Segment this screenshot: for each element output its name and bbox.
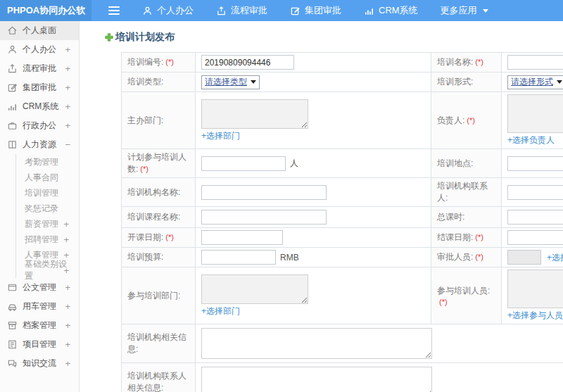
training-name-input[interactable] [507, 55, 563, 70]
label-planned-count: 计划参与培训人数:(*) [122, 149, 196, 178]
car-icon [7, 301, 18, 312]
training-plan-form: 培训编号:(*) 培训名称:(*) 培训类型: 请选择类型 培训形式: 请选择形… [121, 52, 563, 392]
page-title: 培训计划发布 [104, 28, 563, 46]
label-contact-info: 培训机构联系人相关信息: [122, 363, 196, 392]
leader-textarea[interactable] [507, 94, 563, 133]
flow-icon [216, 6, 227, 16]
sidebar-item-flow-approval[interactable]: 流程审批 + [0, 59, 79, 78]
sidebar-item-documents[interactable]: 公文管理 + [0, 278, 79, 297]
nav-flow-approval[interactable]: 流程审批 [205, 0, 279, 21]
training-number-input[interactable] [201, 55, 294, 70]
nav-group-approval[interactable]: 集团审批 [279, 0, 353, 21]
select-approver-link[interactable]: +选择审批人员 [547, 252, 563, 264]
training-mode-select[interactable]: 请选择形式 [507, 75, 563, 89]
sidebar-item-group-approval[interactable]: 集团审批 + [0, 78, 79, 97]
sidebar-item-hr[interactable]: 人力资源 − [0, 135, 79, 154]
label-course-name: 培训课程名称: [122, 207, 196, 228]
training-type-select[interactable]: 请选择类型 [201, 75, 260, 89]
label-training-mode: 培训形式: [431, 72, 502, 92]
label-join-users: 参与培训人员:(*) [431, 267, 502, 324]
label-start-date: 开课日期:(*) [122, 228, 196, 248]
sidebar-item-rewards[interactable]: 奖惩记录 [16, 201, 79, 216]
sidebar-item-hr-contract[interactable]: 人事合同 [16, 170, 79, 185]
sidebar-hr-submenu: 考勤管理 人事合同 培训管理 奖惩记录 薪资管理+ 招聘管理+ 人事管理+ 基础… [15, 154, 79, 278]
select-join-users-link[interactable]: +选择参与人员 [507, 310, 563, 322]
sidebar-item-knowledge[interactable]: 知识交流 + [0, 354, 79, 373]
label-leader: 负责人:(*) [431, 92, 502, 149]
sidebar-item-admin-office[interactable]: 行政办公 + [0, 116, 79, 135]
select-dept-link[interactable]: +选择部门 [201, 130, 240, 142]
user-icon [7, 44, 18, 55]
chart-icon [364, 6, 374, 16]
label-place: 培训地点: [431, 149, 502, 178]
approver-input[interactable] [507, 250, 541, 265]
select-caret-icon [251, 80, 256, 84]
sidebar-item-project[interactable]: 项目管理 + [0, 335, 79, 354]
label-approver: 审批人员:(*) [431, 248, 502, 267]
sidebar-item-salary[interactable]: 薪资管理+ [16, 216, 79, 232]
label-org-info: 培训机构相关信息: [122, 324, 196, 363]
hamburger-menu-icon[interactable] [108, 0, 122, 21]
label-org-name: 培训机构名称: [122, 178, 196, 207]
sidebar-item-recruit[interactable]: 招聘管理+ [16, 232, 79, 247]
org-name-input[interactable] [201, 185, 327, 200]
label-budget: 培训预算: [122, 248, 196, 267]
main-content: 培训计划发布 培训编号:(*) 培训名称:(*) 培训类型: 请选择类型 培训形… [80, 21, 563, 392]
label-training-number: 培训编号:(*) [122, 53, 196, 72]
chat-icon [7, 358, 18, 369]
book-icon [7, 139, 18, 150]
end-date-input[interactable] [507, 230, 563, 245]
join-dept-textarea[interactable] [201, 274, 308, 304]
home-icon [7, 25, 18, 36]
edit-icon [290, 6, 301, 16]
briefcase-icon [7, 120, 18, 131]
sidebar-item-vehicle[interactable]: 用车管理 + [0, 297, 79, 316]
top-header: PHPOA协同办公软件 个人办公 流程审批 集团审批 CRM系统 更多应用 [0, 0, 563, 21]
label-end-date: 结课日期:(*) [431, 228, 502, 248]
select-caret-icon [557, 80, 562, 84]
nav-more-apps[interactable]: 更多应用 [429, 0, 500, 21]
app-logo: PHPOA协同办公软件 [0, 0, 91, 21]
org-info-textarea[interactable] [201, 328, 432, 359]
label-training-type: 培训类型: [122, 72, 196, 92]
project-icon [7, 339, 18, 350]
sidebar-item-desktop[interactable]: 个人桌面 [0, 21, 79, 40]
nav-personal-office[interactable]: 个人办公 [131, 0, 205, 21]
label-org-contact: 培训机构联系人: [431, 178, 502, 207]
sidebar-item-training[interactable]: 培训管理 [16, 185, 79, 201]
doc-icon [7, 282, 18, 293]
course-name-input[interactable] [201, 210, 327, 225]
start-date-input[interactable] [201, 230, 283, 245]
top-nav: 个人办公 流程审批 集团审批 CRM系统 更多应用 [131, 0, 500, 21]
chart-icon [7, 101, 18, 112]
sidebar-item-crm[interactable]: CRM系统 + [0, 97, 79, 116]
archive-icon [7, 320, 18, 331]
planned-count-input[interactable] [201, 156, 286, 171]
label-host-dept: 主办部门: [122, 92, 196, 149]
sidebar-item-personal-office[interactable]: 个人办公 + [0, 40, 79, 59]
label-join-dept: 参与培训部门: [122, 267, 196, 324]
budget-input[interactable] [201, 250, 276, 265]
host-dept-textarea[interactable] [201, 99, 308, 129]
sidebar: 个人桌面 个人办公 + 流程审批 + 集团审批 + CRM系统 + 行政办公 +… [0, 21, 80, 392]
place-input[interactable] [507, 156, 563, 171]
nav-crm[interactable]: CRM系统 [353, 0, 429, 21]
contact-info-textarea[interactable] [201, 367, 432, 392]
select-leader-link[interactable]: +选择负责人 [507, 134, 555, 146]
edit-icon [7, 82, 18, 93]
org-contact-input[interactable] [507, 185, 563, 200]
user-icon [142, 6, 153, 16]
flow-icon [7, 63, 18, 74]
label-total-hours: 总课时: [431, 207, 502, 228]
sidebar-item-archive[interactable]: 档案管理 + [0, 316, 79, 335]
sidebar-item-base-category[interactable]: 基础类别设置+ [16, 263, 79, 278]
plus-icon [104, 32, 114, 42]
label-training-name: 培训名称:(*) [431, 53, 502, 72]
total-hours-input[interactable] [507, 210, 563, 225]
join-users-textarea[interactable] [507, 270, 563, 308]
select-join-dept-link[interactable]: +选择部门 [201, 305, 240, 317]
caret-down-icon [483, 9, 488, 13]
sidebar-item-attendance[interactable]: 考勤管理 [16, 154, 79, 170]
